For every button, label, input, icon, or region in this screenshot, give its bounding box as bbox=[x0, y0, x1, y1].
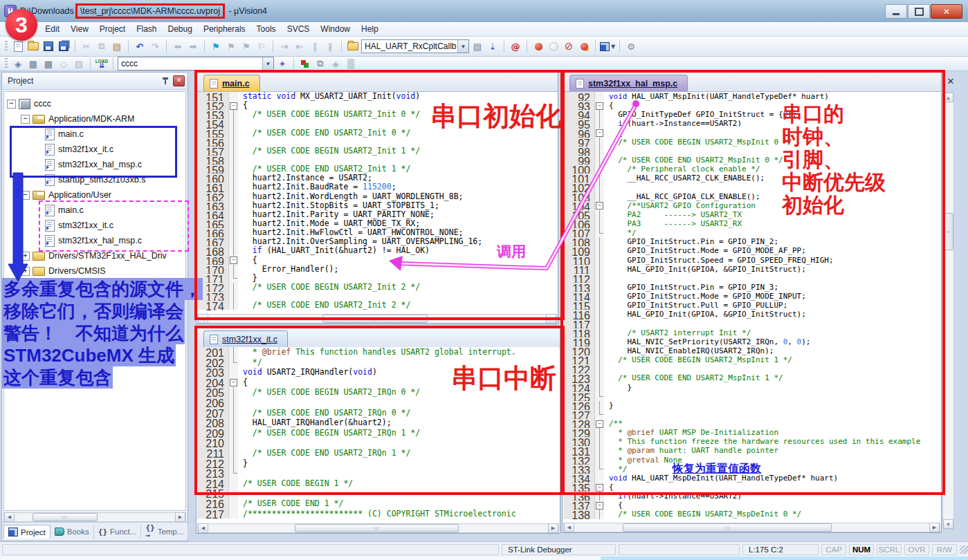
workspace-tab-project[interactable]: Project bbox=[3, 525, 51, 539]
fold-collapse-icon[interactable]: − bbox=[595, 483, 604, 492]
editor3-hscrollbar[interactable]: ◀ ||| ▶ bbox=[563, 523, 940, 532]
resize-grip[interactable] bbox=[960, 545, 968, 554]
undo-button[interactable]: ↶ bbox=[133, 39, 147, 53]
bookmark-toggle-button[interactable]: ⚑ bbox=[209, 39, 223, 53]
code-line[interactable]: 128−/** bbox=[563, 419, 940, 428]
cut-button[interactable]: ✂ bbox=[80, 39, 93, 53]
new-file-button[interactable] bbox=[11, 39, 25, 53]
uncomment-button[interactable]: ∦ bbox=[323, 39, 337, 53]
file-extensions-button[interactable]: ⧉ bbox=[313, 57, 327, 71]
code-line[interactable]: 216/* USER CODE END 1 */ bbox=[197, 498, 559, 509]
save-button[interactable] bbox=[42, 39, 55, 53]
target-select-combo[interactable]: cccc ▼ bbox=[118, 57, 274, 71]
menu-help[interactable]: Help bbox=[356, 23, 384, 35]
code-line[interactable]: 161 huart2.Init.BaudRate = 115200; bbox=[197, 183, 557, 192]
toolbar-drag-handle[interactable] bbox=[5, 41, 8, 52]
function-search-combo[interactable]: HAL_UART_RxCpltCallb ▼ bbox=[361, 39, 469, 53]
target-options-wizard-button[interactable]: ✦ bbox=[275, 57, 289, 71]
combo-dropdown-icon[interactable]: ▼ bbox=[457, 40, 468, 53]
collapse-icon[interactable]: − bbox=[7, 100, 16, 109]
scroll-right-icon[interactable]: ▶ bbox=[548, 523, 558, 533]
comment-button[interactable]: ∥ bbox=[308, 39, 322, 53]
indent-button[interactable]: ⇥ bbox=[277, 39, 291, 53]
vscroll-thumb[interactable]: ≡ bbox=[943, 213, 953, 250]
find-symbol-button[interactable]: @ bbox=[509, 39, 522, 53]
fold-collapse-icon[interactable]: − bbox=[595, 129, 604, 138]
breakpoint-disable-all-button[interactable]: ⊘ bbox=[562, 39, 576, 53]
menu-project[interactable]: Project bbox=[94, 23, 131, 35]
code-line[interactable]: 118 /* USART2 interrupt Init */ bbox=[563, 328, 940, 337]
open-file-button[interactable] bbox=[26, 39, 40, 53]
scroll-right-icon[interactable]: ▶ bbox=[546, 314, 556, 324]
tab-main-c[interactable]: main.c bbox=[203, 75, 260, 91]
code-line[interactable]: 92void HAL_UART_MspInit(UART_HandleTypeD… bbox=[563, 92, 940, 101]
collapse-icon[interactable]: − bbox=[21, 115, 30, 124]
tree-item-application-user[interactable]: −Application/User bbox=[4, 187, 185, 203]
code-line[interactable]: 112 bbox=[563, 274, 940, 283]
scroll-thumb[interactable]: ||| bbox=[295, 524, 459, 532]
editor-close-button[interactable]: ✕ bbox=[944, 75, 958, 88]
code-line[interactable]: 125 bbox=[563, 392, 940, 401]
menu-view[interactable]: View bbox=[65, 23, 94, 35]
code-line[interactable]: 114 GPIO_InitStruct.Mode = GPIO_MODE_INP… bbox=[563, 292, 940, 301]
code-line[interactable]: 157 /* USER CODE BEGIN USART2_Init 1 */ bbox=[197, 147, 557, 156]
scroll-right-icon[interactable]: ▶ bbox=[175, 512, 185, 522]
code-line[interactable]: 129 * @brief UART MSP De-Initialization bbox=[563, 428, 940, 437]
code-line[interactable]: 124 } bbox=[563, 383, 940, 392]
collapse-icon[interactable]: − bbox=[21, 191, 30, 200]
code-line[interactable]: 119 HAL_NVIC_SetPriority(USART2_IRQn, 0,… bbox=[563, 337, 940, 346]
configure-button[interactable]: ⚙ bbox=[624, 39, 638, 53]
tree-item-main-c[interactable]: main.c bbox=[4, 127, 185, 142]
code-line[interactable]: 215 bbox=[197, 488, 559, 498]
code-line[interactable]: 201 * @brief This function handles USART… bbox=[197, 347, 559, 357]
scroll-left-icon[interactable]: ◀ bbox=[4, 512, 15, 522]
build-button[interactable]: ▦ bbox=[26, 57, 40, 71]
batch-build-button[interactable]: ◇ bbox=[57, 57, 71, 71]
tree-item-stm32f1xx-it-c[interactable]: stm32f1xx_it.c bbox=[4, 142, 185, 157]
code-line[interactable]: 213 bbox=[197, 468, 559, 478]
scroll-thumb[interactable]: ||| bbox=[623, 523, 832, 532]
code-line[interactable]: 120 HAL_NVIC_EnableIRQ(USART2_IRQn); bbox=[563, 346, 940, 355]
scroll-left-icon[interactable]: ◀ bbox=[198, 523, 208, 533]
editor3-vscrollbar[interactable]: ▲ ≡ ▼ bbox=[942, 92, 954, 530]
pack-installer-button[interactable]: ◈ bbox=[329, 57, 343, 71]
find-in-files-button[interactable]: ▤ bbox=[471, 39, 484, 53]
code-line[interactable]: 135−{ bbox=[563, 483, 940, 492]
code-line[interactable]: 211 /* USER CODE END USART2_IRQn 1 */ bbox=[197, 448, 559, 458]
code-line[interactable]: 174 /* USER CODE END USART2_Init 2 */ bbox=[197, 301, 557, 310]
fold-collapse-icon[interactable]: − bbox=[229, 256, 238, 265]
code-line[interactable]: 136 if(huart->Instance==USART2) bbox=[563, 492, 940, 501]
copy-button[interactable]: ⧉ bbox=[95, 39, 109, 53]
breakpoint-kill-all-button[interactable] bbox=[577, 39, 591, 53]
code-line[interactable]: 121 /* USER CODE BEGIN USART2_MspInit 1 … bbox=[563, 355, 940, 364]
translate-button[interactable]: ◈ bbox=[11, 57, 25, 71]
close-button[interactable]: ✕ bbox=[931, 4, 962, 19]
tab-stm32f1xx-it-c[interactable]: stm32f1xx_it.c bbox=[203, 330, 288, 347]
options-for-target-button[interactable] bbox=[298, 57, 312, 71]
code-line[interactable]: 214/* USER CODE BEGIN 1 */ bbox=[197, 478, 559, 489]
fold-collapse-icon[interactable]: − bbox=[229, 377, 238, 388]
tree-item-cccc[interactable]: −cccc bbox=[4, 96, 185, 111]
toolbar-drag-handle-2[interactable] bbox=[5, 58, 8, 69]
code-line[interactable]: 126} bbox=[563, 401, 940, 410]
code-line[interactable]: 210 bbox=[197, 438, 559, 448]
menu-svcs[interactable]: SVCS bbox=[282, 23, 316, 35]
code-line[interactable]: 208 HAL_UART_IRQHandler(&huart2); bbox=[197, 418, 559, 428]
project-panel-close-button[interactable]: ✕ bbox=[173, 75, 185, 86]
navigate-forward-button[interactable]: ➡ bbox=[186, 39, 200, 53]
code-line[interactable]: 137− { bbox=[563, 501, 940, 510]
code-line[interactable]: 130 * This function freeze the hardware … bbox=[563, 437, 940, 446]
save-all-button[interactable] bbox=[57, 39, 71, 53]
bookmark-clear-button[interactable]: ⚐ bbox=[255, 39, 268, 53]
code-line[interactable]: 138 /* USER CODE BEGIN USART2_MspDeInit … bbox=[563, 510, 940, 519]
code-line[interactable]: 110 GPIO_InitStruct.Speed = GPIO_SPEED_F… bbox=[563, 256, 940, 265]
fold-collapse-icon[interactable]: − bbox=[595, 501, 604, 510]
pin-icon[interactable] bbox=[165, 78, 166, 84]
maximize-button[interactable] bbox=[908, 4, 930, 19]
menu-window[interactable]: Window bbox=[315, 23, 356, 35]
rebuild-button[interactable]: ▩ bbox=[42, 57, 55, 71]
scroll-up-icon[interactable]: ▲ bbox=[943, 93, 953, 102]
code-line[interactable]: 113 GPIO_InitStruct.Pin = GPIO_PIN_3; bbox=[563, 283, 940, 292]
tree-item-stm32f1xx-hal-msp-c[interactable]: stm32f1xx_hal_msp.c bbox=[4, 233, 185, 248]
breakpoint-enable-button[interactable] bbox=[547, 39, 560, 53]
